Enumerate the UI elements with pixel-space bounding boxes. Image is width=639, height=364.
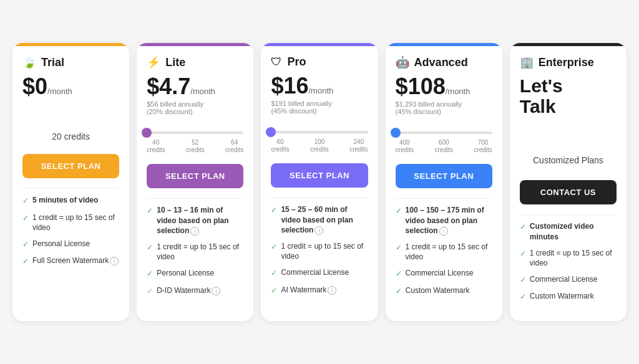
select-btn-pro[interactable]: SELECT PLAN — [271, 163, 368, 188]
feature-check-icon: ✓ — [396, 286, 402, 296]
price-amount-trial: $0 — [22, 74, 47, 99]
feature-check-icon: ✓ — [271, 242, 277, 252]
feature-text-advanced-0: 100 – 150 – 175 min of video based on pl… — [406, 205, 492, 236]
feature-item-pro-0: ✓ 15 – 25 – 60 min of video based on pla… — [271, 204, 368, 235]
info-icon-pro-3[interactable]: i — [328, 286, 336, 295]
info-icon-pro-0[interactable]: i — [315, 226, 323, 235]
feature-check-icon: ✓ — [22, 239, 29, 249]
features-list-advanced: ✓ 100 – 150 – 175 min of video based on … — [396, 205, 492, 308]
info-icon-advanced-0[interactable]: i — [439, 227, 448, 236]
slider-labels-pro: 60credits100credits240credits — [271, 138, 368, 153]
slider-thumb-pro[interactable] — [266, 127, 276, 137]
feature-text-trial-1: 1 credit = up to 15 sec of video — [32, 213, 119, 232]
feature-text-lite-1: 1 credit = up to 15 sec of video — [157, 242, 243, 262]
feature-item-lite-3: ✓ D-ID Watermarki — [147, 285, 243, 296]
slider-label-2: 64credits — [225, 139, 243, 154]
feature-text-advanced-1: 1 credit = up to 15 sec of video — [406, 242, 492, 262]
plan-header-lite: ⚡ Lite — [147, 55, 243, 69]
feature-text-pro-1: 1 credit = up to 15 sec of video — [281, 241, 368, 261]
feature-item-trial-0: ✓ 5 minutes of video — [22, 195, 119, 206]
plan-card-advanced: 🤖 Advanced $108/month $1,293 billed annu… — [386, 43, 502, 320]
slider-labels-advanced: 400credits600credits700credits — [396, 139, 492, 154]
select-btn-trial[interactable]: SELECT PLAN — [22, 154, 119, 178]
billing-info-advanced: $1,293 billed annually(45% discount) — [396, 100, 492, 120]
feature-item-pro-2: ✓ Commercial License — [271, 267, 368, 278]
feature-text-enterprise-0: Customized video minutes — [530, 221, 617, 241]
slider-thumb-advanced[interactable] — [391, 128, 401, 138]
slider-label-2: 700credits — [474, 139, 492, 154]
feature-text-enterprise-1: 1 credit = up to 15 sec of video — [530, 248, 617, 268]
feature-text-pro-2: Commercial License — [281, 267, 349, 277]
feature-check-icon: ✓ — [271, 285, 277, 295]
slider-thumb-lite[interactable] — [142, 128, 152, 138]
feature-text-lite-2: Personal License — [157, 268, 214, 278]
plan-name-enterprise: Enterprise — [539, 56, 594, 69]
plan-name-advanced: Advanced — [414, 56, 468, 69]
feature-check-icon: ✓ — [396, 242, 402, 252]
pro-icon: 🛡 — [271, 55, 282, 69]
feature-text-enterprise-2: Commercial License — [530, 274, 598, 284]
billing-info-lite: $56 billed annually(20% discount) — [147, 100, 243, 120]
price-amount-advanced: $108 — [396, 74, 446, 99]
enterprise-icon: 🏢 — [520, 55, 534, 69]
info-icon-lite-0[interactable]: i — [190, 227, 199, 236]
feature-check-icon: ✓ — [147, 242, 153, 252]
plan-card-trial: 🍃 Trial $0/month 20 creditsSELECT PLAN ✓… — [12, 43, 129, 320]
feature-check-icon: ✓ — [520, 292, 526, 302]
price-period-advanced: /month — [446, 87, 471, 96]
feature-item-trial-2: ✓ Personal License — [22, 239, 119, 249]
slider-section-pro: 60credits100credits240credits — [271, 131, 368, 153]
price-amount-lite: $4.7 — [147, 74, 190, 99]
billing-info-enterprise — [520, 122, 617, 141]
plan-name-trial: Trial — [41, 56, 64, 69]
plan-price-pro: $16/month — [271, 75, 368, 97]
divider-enterprise — [520, 214, 617, 215]
billing-info-pro: $191 billed annually(45% discount) — [271, 100, 368, 120]
plan-price-trial: $0/month — [22, 75, 119, 98]
plan-price-advanced: $108/month — [396, 75, 492, 98]
feature-check-icon: ✓ — [271, 268, 277, 278]
slider-section-advanced: 400credits600credits700credits — [396, 132, 492, 154]
features-list-pro: ✓ 15 – 25 – 60 min of video based on pla… — [271, 204, 368, 308]
enterprise-title: Let'sTalk — [520, 75, 617, 117]
divider-pro — [271, 198, 368, 198]
features-list-lite: ✓ 10 – 13 – 16 min of video based on pla… — [147, 205, 243, 308]
plan-header-pro: 🛡 Pro — [271, 55, 368, 69]
select-btn-advanced[interactable]: SELECT PLAN — [396, 164, 492, 188]
feature-item-pro-1: ✓ 1 credit = up to 15 sec of video — [271, 241, 368, 261]
feature-check-icon: ✓ — [147, 269, 153, 279]
plan-name-lite: Lite — [165, 56, 185, 69]
features-list-enterprise: ✓ Customized video minutes ✓ 1 credit = … — [520, 221, 617, 308]
feature-text-trial-0: 5 minutes of video — [32, 195, 98, 205]
feature-item-trial-3: ✓ Full Screen Watermarki — [22, 256, 119, 266]
price-amount-pro: $16 — [271, 73, 308, 98]
plan-header-trial: 🍃 Trial — [22, 55, 119, 69]
feature-check-icon: ✓ — [520, 222, 526, 232]
feature-item-enterprise-1: ✓ 1 credit = up to 15 sec of video — [520, 248, 617, 268]
plan-card-lite: ⚡ Lite $4.7/month $56 billed annually(20… — [137, 43, 253, 320]
feature-item-enterprise-0: ✓ Customized video minutes — [520, 221, 617, 241]
slider-label-0: 400credits — [396, 139, 414, 154]
plan-card-enterprise: 🏢 Enterprise Let'sTalkCustomized PlansCO… — [510, 43, 627, 320]
feature-item-advanced-3: ✓ Custom Watermark — [396, 285, 492, 296]
billing-info-trial — [22, 100, 119, 120]
plan-price-lite: $4.7/month — [147, 75, 243, 98]
feature-text-pro-0: 15 – 25 – 60 min of video based on plan … — [281, 204, 368, 235]
feature-check-icon: ✓ — [396, 206, 402, 216]
feature-item-enterprise-2: ✓ Commercial License — [520, 274, 617, 285]
select-btn-lite[interactable]: SELECT PLAN — [147, 164, 243, 188]
info-icon-trial-3[interactable]: i — [110, 257, 119, 266]
customized-plans: Customized Plans — [520, 155, 617, 165]
divider-trial — [22, 188, 119, 189]
feature-check-icon: ✓ — [520, 275, 526, 285]
feature-item-pro-3: ✓ AI Watermarki — [271, 285, 368, 295]
feature-check-icon: ✓ — [271, 205, 277, 215]
select-btn-enterprise[interactable]: CONTACT US — [520, 180, 617, 204]
divider-advanced — [396, 198, 492, 199]
feature-item-advanced-1: ✓ 1 credit = up to 15 sec of video — [396, 242, 492, 262]
features-list-trial: ✓ 5 minutes of video ✓ 1 credit = up to … — [22, 195, 119, 308]
pricing-container: 🍃 Trial $0/month 20 creditsSELECT PLAN ✓… — [12, 43, 627, 320]
feature-item-lite-2: ✓ Personal License — [147, 268, 243, 279]
slider-label-1: 100credits — [310, 138, 328, 153]
info-icon-lite-3[interactable]: i — [212, 287, 220, 295]
